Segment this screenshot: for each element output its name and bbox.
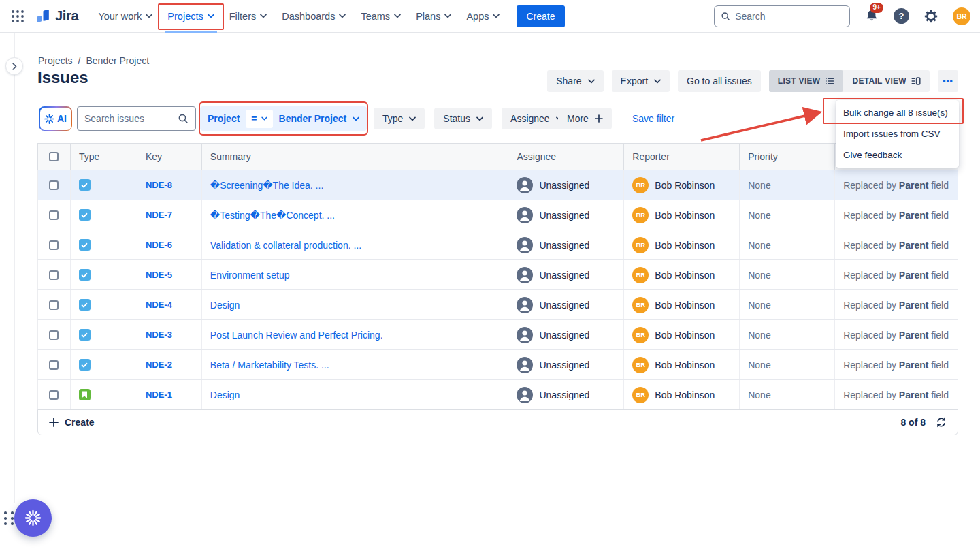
issue-summary-link[interactable]: Environment setup (210, 270, 290, 281)
breadcrumb-projects-link[interactable]: Projects (38, 55, 73, 66)
detail-view-tab[interactable]: DETAIL VIEW (843, 70, 930, 92)
more-filters-wrap: More Save filter (558, 108, 674, 129)
settings-gear-button[interactable] (923, 8, 939, 25)
create-issue-button[interactable]: Create (49, 417, 95, 428)
nav-item[interactable]: Teams (353, 0, 408, 33)
table-body: NDE-8 �Screening�The Idea. ... Unassigne… (37, 170, 958, 410)
page-toolbar: Share Export Go to all issues LIST VIEW … (547, 70, 958, 92)
ai-assistant-fab[interactable] (14, 499, 52, 537)
nav-item[interactable]: Dashboards (274, 0, 353, 33)
chevron-down-icon (261, 116, 267, 121)
table-row[interactable]: NDE-7 �Testing�The�Concept. ... Unassign… (37, 200, 958, 230)
assignee-name: Unassigned (539, 210, 589, 221)
export-button[interactable]: Export (612, 70, 670, 92)
column-header-key[interactable]: Key (137, 144, 202, 170)
table-row[interactable]: NDE-8 �Screening�The Idea. ... Unassigne… (37, 170, 958, 200)
issue-key-link[interactable]: NDE-8 (146, 180, 172, 190)
menu-item[interactable]: Import issues from CSV (836, 123, 959, 144)
menu-item[interactable]: Bulk change all 8 issue(s) (836, 102, 959, 123)
issue-key-link[interactable]: NDE-3 (146, 330, 172, 340)
global-search[interactable] (714, 5, 850, 27)
jira-logo-text: Jira (55, 8, 78, 24)
user-avatar[interactable]: BR (953, 7, 970, 25)
row-checkbox[interactable] (49, 300, 59, 310)
row-checkbox[interactable] (49, 330, 59, 340)
row-checkbox[interactable] (49, 240, 59, 250)
filter-chip[interactable]: Type (374, 108, 425, 129)
unassigned-avatar-icon (517, 267, 533, 283)
list-view-icon (825, 76, 834, 86)
notifications-button[interactable]: 9+ (864, 8, 880, 25)
parent-field-note: Replaced by Parent field (843, 300, 949, 311)
row-checkbox[interactable] (49, 180, 59, 190)
row-checkbox[interactable] (49, 270, 59, 280)
select-all-checkbox[interactable] (49, 152, 59, 161)
chevron-down-icon (394, 14, 401, 18)
table-footer: Create 8 of 8 (37, 409, 958, 435)
app-switcher-icon[interactable] (10, 8, 26, 25)
more-filters-chip[interactable]: More (558, 108, 612, 129)
assignee-name: Unassigned (539, 240, 589, 251)
issue-key-link[interactable]: NDE-6 (146, 240, 172, 250)
issue-summary-link[interactable]: �Testing�The�Concept. ... (210, 210, 335, 221)
issue-summary-link[interactable]: Design (210, 300, 240, 311)
search-issues-field[interactable] (77, 106, 196, 131)
breadcrumb-project-link[interactable]: Bender Project (86, 55, 149, 66)
page-title: Issues (37, 68, 88, 87)
table-row[interactable]: NDE-6 Validation & collateral production… (37, 230, 958, 260)
assignee-name: Unassigned (539, 330, 589, 341)
issue-summary-link[interactable]: �Screening�The Idea. ... (210, 180, 323, 191)
issue-summary-link[interactable]: Design (210, 390, 240, 400)
unassigned-avatar-icon (517, 207, 533, 223)
list-view-tab[interactable]: LIST VIEW (769, 70, 844, 92)
table-row[interactable]: NDE-3 Post Launch Review and Perfect Pri… (37, 320, 958, 350)
column-header-reporter[interactable]: Reporter (624, 144, 740, 170)
issue-summary-link[interactable]: Beta / Marketability Tests. ... (210, 360, 329, 371)
column-header-priority[interactable]: Priority (740, 144, 835, 170)
issue-key-link[interactable]: NDE-7 (146, 210, 172, 220)
project-filter-chip[interactable]: Project = Bender Project (200, 106, 367, 131)
more-actions-button[interactable]: ••• (938, 70, 958, 92)
table-row[interactable]: NDE-2 Beta / Marketability Tests. ... Un… (37, 350, 958, 380)
ai-button[interactable]: AI (39, 106, 72, 131)
row-checkbox[interactable] (49, 360, 59, 370)
table-row[interactable]: NDE-1 Design Unassigned BR Bob Robinson … (37, 380, 958, 410)
nav-item[interactable]: Projects (160, 0, 221, 33)
table-row[interactable]: NDE-4 Design Unassigned BR Bob Robinson … (37, 290, 958, 320)
issue-key-link[interactable]: NDE-4 (146, 300, 172, 310)
issue-summary-link[interactable]: Post Launch Review and Perfect Pricing. (210, 330, 383, 341)
save-filter-link[interactable]: Save filter (632, 113, 674, 124)
nav-item[interactable]: Plans (408, 0, 459, 33)
row-checkbox[interactable] (49, 390, 59, 400)
nav-item[interactable]: Apps (459, 0, 507, 33)
column-header-assignee[interactable]: Assignee (508, 144, 624, 170)
issue-key-link[interactable]: NDE-2 (146, 360, 172, 370)
plus-icon (49, 418, 59, 427)
column-header-summary[interactable]: Summary (202, 144, 509, 170)
jira-logo[interactable]: Jira (35, 7, 78, 25)
refresh-button[interactable] (936, 417, 947, 428)
table-row[interactable]: NDE-5 Environment setup Unassigned BR Bo… (37, 260, 958, 290)
sidebar-expand-button[interactable] (5, 57, 23, 75)
help-button[interactable]: ? (894, 8, 909, 24)
nav-item[interactable]: Your work (91, 0, 160, 33)
project-filter-operator[interactable]: = (246, 110, 272, 128)
search-issues-input[interactable] (84, 113, 172, 124)
filter-chip[interactable]: Status (434, 108, 492, 129)
nav-item[interactable]: Filters (222, 0, 274, 33)
column-header-type[interactable]: Type (71, 144, 137, 170)
issue-summary-link[interactable]: Validation & collateral production. ... (210, 240, 361, 251)
drag-handle-dots[interactable] (4, 511, 15, 525)
issue-key-link[interactable]: NDE-1 (146, 390, 172, 400)
menu-item[interactable]: Give feedback (836, 144, 959, 166)
reporter-name: Bob Robinson (655, 330, 715, 341)
go-to-all-issues-button[interactable]: Go to all issues (678, 70, 761, 92)
issue-key-link[interactable]: NDE-5 (146, 270, 172, 280)
create-button[interactable]: Create (517, 5, 564, 27)
unassigned-avatar-icon (517, 297, 533, 313)
row-checkbox[interactable] (49, 210, 59, 220)
share-button[interactable]: Share (547, 70, 603, 92)
chevron-down-icon (409, 116, 416, 121)
global-search-input[interactable] (735, 11, 843, 22)
unassigned-avatar-icon (517, 177, 533, 193)
